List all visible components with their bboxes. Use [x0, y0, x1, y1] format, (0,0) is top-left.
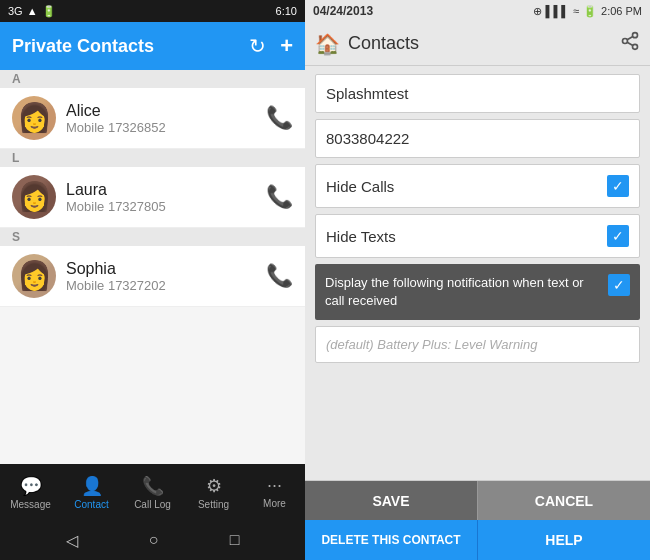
header-left: Private Contacts ↻ +: [0, 22, 305, 70]
message-nav-icon: 💬: [20, 475, 42, 497]
help-button[interactable]: HELP: [478, 520, 650, 560]
hide-calls-row: Hide Calls ✓: [315, 164, 640, 208]
notification-row: Display the following notification when …: [315, 264, 640, 320]
home-button[interactable]: ○: [149, 531, 159, 549]
back-button[interactable]: ◁: [66, 531, 78, 550]
svg-point-1: [623, 39, 628, 44]
svg-line-4: [627, 36, 633, 39]
header-right: 🏠 Contacts: [305, 22, 650, 66]
svg-point-2: [633, 44, 638, 49]
section-letter-a: A: [0, 70, 305, 88]
phone-field[interactable]: 8033804222: [315, 119, 640, 158]
home-icon[interactable]: 🏠: [315, 32, 340, 56]
contact-number-laura: Mobile 17327805: [66, 199, 256, 214]
contact-item-laura[interactable]: Laura Mobile 17327805 📞: [0, 167, 305, 228]
status-bar-right: 04/24/2013 ⊕ ▌▌▌ ≈ 🔋 2:06 PM: [305, 0, 650, 22]
left-status-icons: 3G ▲ 🔋: [8, 5, 56, 18]
contact-name-laura: Laura: [66, 181, 256, 199]
date-display: 04/24/2013: [313, 4, 373, 18]
refresh-icon[interactable]: ↻: [249, 34, 266, 58]
add-contact-icon[interactable]: +: [280, 33, 293, 59]
hide-texts-checkbox[interactable]: ✓: [607, 225, 629, 247]
action-buttons: SAVE CANCEL: [305, 480, 650, 520]
time-display-right: 2:06 PM: [601, 5, 642, 17]
delete-contact-button[interactable]: DELETE THIS CONTACT: [305, 520, 478, 560]
nav-calllog[interactable]: 📞 Call Log: [122, 464, 183, 520]
phone-value: 8033804222: [326, 130, 409, 147]
save-button[interactable]: SAVE: [305, 481, 478, 520]
call-icon-laura[interactable]: 📞: [266, 184, 293, 210]
nav-more-label: More: [263, 498, 286, 509]
status-bar-left: 3G ▲ 🔋 6:10: [0, 0, 305, 22]
hide-calls-checkbox[interactable]: ✓: [607, 175, 629, 197]
nav-contact[interactable]: 👤 Contact: [61, 464, 122, 520]
network-icons: ⊕: [533, 5, 542, 18]
bottom-action-buttons: DELETE THIS CONTACT HELP: [305, 520, 650, 560]
svg-line-3: [627, 42, 633, 45]
nav-message[interactable]: 💬 Message: [0, 464, 61, 520]
recent-button[interactable]: □: [230, 531, 240, 549]
right-panel: 04/24/2013 ⊕ ▌▌▌ ≈ 🔋 2:06 PM 🏠 Contacts …: [305, 0, 650, 560]
signal-bars-icon: ▌▌▌: [546, 5, 569, 17]
page-title: Contacts: [348, 33, 620, 54]
network-indicator: 3G: [8, 5, 23, 17]
contact-number-alice: Mobile 17326852: [66, 120, 256, 135]
nav-contact-label: Contact: [74, 499, 108, 510]
notification-label: Display the following notification when …: [325, 274, 600, 310]
notification-placeholder: (default) Battery Plus: Level Warning: [326, 337, 537, 352]
avatar-sophia: [12, 254, 56, 298]
share-icon[interactable]: [620, 31, 640, 56]
calllog-nav-icon: 📞: [142, 475, 164, 497]
header-action-icons: ↻ +: [249, 33, 293, 59]
section-letter-s: S: [0, 228, 305, 246]
contacts-list: A Alice Mobile 17326852 📞 L Laura Mobile…: [0, 70, 305, 464]
nav-calllog-label: Call Log: [134, 499, 171, 510]
contact-form: Splashmtest 8033804222 Hide Calls ✓ Hide…: [305, 66, 650, 480]
nav-setting[interactable]: ⚙ Setting: [183, 464, 244, 520]
notification-input[interactable]: (default) Battery Plus: Level Warning: [315, 326, 640, 363]
avatar-laura: [12, 175, 56, 219]
contact-info-laura: Laura Mobile 17327805: [66, 181, 256, 214]
hide-texts-label: Hide Texts: [326, 228, 396, 245]
time-display-left: 6:10: [276, 5, 297, 17]
app-title: Private Contacts: [12, 36, 154, 57]
contact-name-sophia: Sophia: [66, 260, 256, 278]
battery-icon: 🔋: [42, 5, 56, 18]
section-letter-l: L: [0, 149, 305, 167]
left-panel: 3G ▲ 🔋 6:10 Private Contacts ↻ + A Alice…: [0, 0, 305, 560]
hide-texts-row: Hide Texts ✓: [315, 214, 640, 258]
contact-name-alice: Alice: [66, 102, 256, 120]
setting-nav-icon: ⚙: [206, 475, 222, 497]
contact-item-sophia[interactable]: Sophia Mobile 17327202 📞: [0, 246, 305, 307]
avatar-alice: [12, 96, 56, 140]
contact-info-alice: Alice Mobile 17326852: [66, 102, 256, 135]
status-right-icons: ⊕ ▌▌▌ ≈ 🔋 2:06 PM: [533, 5, 642, 18]
contact-info-sophia: Sophia Mobile 17327202: [66, 260, 256, 293]
contact-number-sophia: Mobile 17327202: [66, 278, 256, 293]
cancel-button[interactable]: CANCEL: [478, 481, 650, 520]
notification-checkbox[interactable]: ✓: [608, 274, 630, 296]
system-bar: ◁ ○ □: [0, 520, 305, 560]
contact-nav-icon: 👤: [81, 475, 103, 497]
hide-calls-label: Hide Calls: [326, 178, 394, 195]
name-value: Splashmtest: [326, 85, 409, 102]
bottom-navigation: 💬 Message 👤 Contact 📞 Call Log ⚙ Setting…: [0, 464, 305, 520]
contact-item-alice[interactable]: Alice Mobile 17326852 📞: [0, 88, 305, 149]
more-nav-icon: ···: [267, 475, 282, 496]
svg-point-0: [633, 33, 638, 38]
nav-more[interactable]: ··· More: [244, 464, 305, 520]
nav-setting-label: Setting: [198, 499, 229, 510]
call-icon-alice[interactable]: 📞: [266, 105, 293, 131]
wifi-icon: ≈: [573, 5, 579, 17]
signal-icon: ▲: [27, 5, 38, 17]
name-field[interactable]: Splashmtest: [315, 74, 640, 113]
battery-right-icon: 🔋: [583, 5, 597, 18]
call-icon-sophia[interactable]: 📞: [266, 263, 293, 289]
nav-message-label: Message: [10, 499, 51, 510]
